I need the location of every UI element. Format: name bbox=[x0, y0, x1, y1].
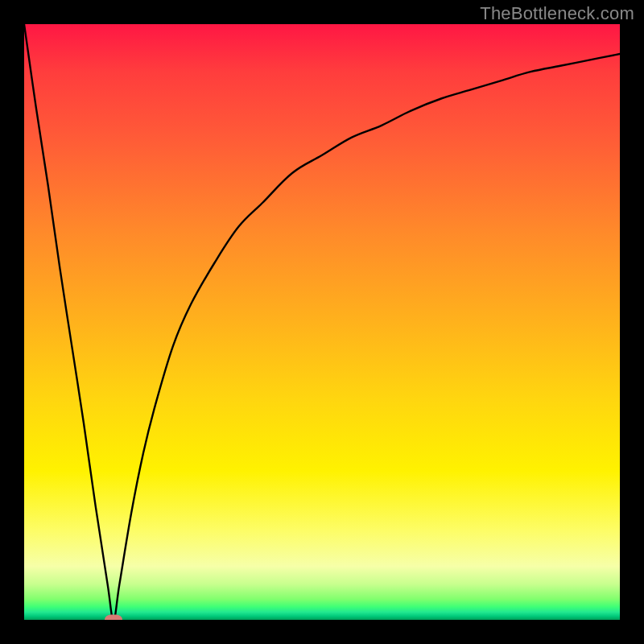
watermark-text: TheBottleneck.com bbox=[480, 3, 634, 24]
bottleneck-curve bbox=[24, 24, 620, 620]
plot-area bbox=[24, 24, 620, 620]
optimal-marker bbox=[105, 615, 122, 621]
chart-frame: TheBottleneck.com bbox=[0, 0, 644, 644]
curve-svg bbox=[24, 24, 620, 620]
